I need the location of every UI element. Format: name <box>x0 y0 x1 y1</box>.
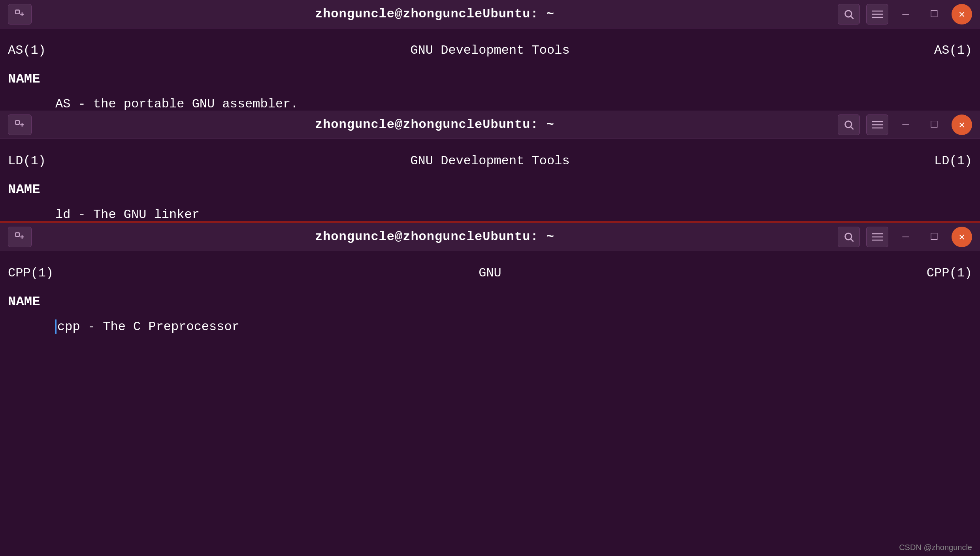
search-button-1[interactable] <box>838 4 860 24</box>
content-area-3: CPP(1) GNU CPP(1) NAME cpp - The C Prepr… <box>0 251 980 345</box>
maximize-button-1[interactable]: □ <box>923 4 945 24</box>
titlebar-title-2: zhonguncle@zhonguncleUbuntu: ~ <box>32 117 838 132</box>
section-name-3: NAME <box>8 291 972 312</box>
man-right-1: AS(1) <box>934 40 972 60</box>
minimize-button-1[interactable]: — <box>895 4 917 24</box>
titlebar-controls-1: — □ ✕ <box>838 4 972 24</box>
titlebar-controls-2: — □ ✕ <box>838 115 972 135</box>
new-tab-button-1[interactable] <box>8 4 32 24</box>
new-tab-button-3[interactable] <box>8 227 32 247</box>
svg-point-3 <box>845 10 852 17</box>
man-center-3: GNU <box>479 263 501 283</box>
man-left-2: LD(1) <box>8 151 46 171</box>
maximize-button-3[interactable]: □ <box>923 227 945 247</box>
terminal-pane-1: zhonguncle@zhonguncleUbuntu: ~ — □ ✕ <box>0 0 980 111</box>
man-header-2: LD(1) GNU Development Tools LD(1) <box>8 151 972 171</box>
titlebar-2: zhonguncle@zhonguncleUbuntu: ~ — □ ✕ <box>0 111 980 139</box>
search-button-2[interactable] <box>838 115 860 135</box>
cursor-indicator <box>55 319 57 334</box>
terminal-pane-3: zhonguncle@zhonguncleUbuntu: ~ — □ ✕ <box>0 223 980 556</box>
titlebar-title-3: zhonguncle@zhonguncleUbuntu: ~ <box>32 229 838 244</box>
menu-button-1[interactable] <box>866 4 888 24</box>
svg-point-19 <box>845 233 852 239</box>
menu-button-2[interactable] <box>866 115 888 135</box>
watermark: CSDN @zhonguncle <box>899 543 972 552</box>
man-header-3: CPP(1) GNU CPP(1) <box>8 263 972 283</box>
terminal-pane-2: zhonguncle@zhonguncleUbuntu: ~ — □ ✕ <box>0 111 980 221</box>
svg-line-4 <box>851 16 853 19</box>
menu-button-3[interactable] <box>866 227 888 247</box>
close-button-2[interactable]: ✕ <box>952 115 972 135</box>
man-center-2: GNU Development Tools <box>410 151 569 171</box>
titlebar-title-1: zhonguncle@zhonguncleUbuntu: ~ <box>32 7 838 21</box>
search-button-3[interactable] <box>838 227 860 247</box>
titlebar-controls-3: — □ ✕ <box>838 227 972 247</box>
svg-rect-0 <box>16 10 19 13</box>
content-area-2: LD(1) GNU Development Tools LD(1) NAME l… <box>0 139 980 233</box>
minimize-button-3[interactable]: — <box>895 227 917 247</box>
titlebar-3: zhonguncle@zhonguncleUbuntu: ~ — □ ✕ <box>0 223 980 251</box>
man-center-1: GNU Development Tools <box>410 40 569 60</box>
man-right-2: LD(1) <box>934 151 972 171</box>
man-header-1: AS(1) GNU Development Tools AS(1) <box>8 40 972 60</box>
close-button-3[interactable]: ✕ <box>952 227 972 247</box>
man-right-3: CPP(1) <box>927 263 972 283</box>
svg-rect-8 <box>16 120 19 124</box>
section-name-2: NAME <box>8 179 972 200</box>
titlebar-1: zhonguncle@zhonguncleUbuntu: ~ — □ ✕ <box>0 0 980 28</box>
close-button-1[interactable]: ✕ <box>952 4 972 24</box>
section-name-1: NAME <box>8 68 972 90</box>
svg-point-11 <box>845 121 852 127</box>
man-body-3: cpp - The C Preprocessor <box>8 317 972 337</box>
man-left-3: CPP(1) <box>8 263 53 283</box>
svg-line-20 <box>851 239 853 241</box>
content-area-1: AS(1) GNU Development Tools AS(1) NAME A… <box>0 28 980 122</box>
new-tab-button-2[interactable] <box>8 115 32 135</box>
man-body-2: ld - The GNU linker <box>8 205 972 225</box>
svg-line-12 <box>851 127 853 129</box>
man-left-1: AS(1) <box>8 40 46 60</box>
minimize-button-2[interactable]: — <box>895 115 917 135</box>
svg-rect-16 <box>16 233 19 236</box>
maximize-button-2[interactable]: □ <box>923 115 945 135</box>
